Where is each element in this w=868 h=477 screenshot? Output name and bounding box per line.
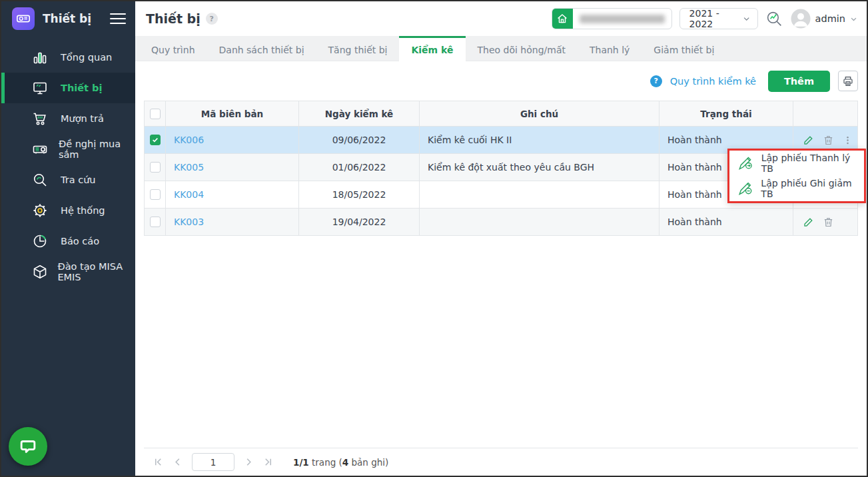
school-name-redacted	[580, 15, 665, 23]
avatar	[791, 9, 811, 29]
tab-tang-thiet-bi[interactable]: Tăng thiết bị	[316, 36, 400, 61]
toolbar: ? Quy trình kiểm kê Thêm	[144, 61, 858, 101]
pen-minus-icon	[737, 180, 753, 197]
sidebar-item-bao-cao[interactable]: Báo cáo	[1, 226, 135, 256]
chevron-down-icon	[743, 15, 750, 23]
sidebar-menu: Tổng quan Thiết bị	[1, 36, 135, 287]
col-header-status: Trạng thái	[659, 101, 793, 126]
sidebar-item-label: Báo cáo	[61, 236, 99, 246]
sidebar-item-de-nghi-mua-sam[interactable]: Đề nghị mua sắm	[1, 134, 135, 165]
sidebar-item-label: Hệ thống	[61, 205, 105, 216]
bar-chart-icon	[32, 49, 52, 65]
tab-giam-thiet-bi[interactable]: Giảm thiết bị	[642, 36, 726, 61]
hamburger-menu-icon[interactable]	[110, 10, 126, 27]
record-link[interactable]: KK004	[174, 189, 204, 200]
edit-icon[interactable]	[803, 217, 814, 228]
school-selector[interactable]	[552, 8, 672, 29]
menu-item-label: Lập phiếu Thanh lý TB	[761, 153, 856, 174]
sidebar-item-thiet-bi[interactable]: Thiết bị	[1, 73, 135, 103]
pen-arrow-icon	[737, 155, 753, 172]
record-note	[420, 181, 659, 208]
record-link[interactable]: KK005	[174, 162, 204, 173]
record-link[interactable]: KK003	[174, 217, 204, 227]
last-page-icon[interactable]	[263, 457, 273, 467]
process-link[interactable]: Quy trình kiểm kê	[670, 76, 756, 87]
search-icon	[32, 172, 52, 188]
sidebar-item-label: Tra cứu	[61, 175, 96, 185]
record-note: Kiểm kê cuối HK II	[420, 127, 659, 153]
sidebar: Thiết bị Tổng quan	[1, 1, 135, 476]
school-year-value: 2021 - 2022	[689, 8, 743, 29]
page-input[interactable]	[192, 453, 234, 471]
sidebar-item-label: Đề nghị mua sắm	[59, 139, 135, 160]
table-header-row: Mã biên bản Ngày kiểm kê Ghi chú Trạng t…	[145, 101, 857, 127]
sidebar-item-he-thong[interactable]: Hệ thống	[1, 195, 135, 226]
cart-icon	[32, 111, 52, 127]
prev-page-icon[interactable]	[173, 457, 183, 467]
menu-item-label: Lập phiếu Ghi giảm TB	[761, 178, 856, 199]
pie-chart-icon	[32, 233, 52, 249]
pagination-summary: 1/1 trang (4 bản ghi)	[293, 457, 388, 468]
sidebar-item-label: Mượn trả	[61, 113, 104, 124]
select-all-checkbox[interactable]	[150, 109, 161, 119]
record-status: Hoàn thành	[659, 209, 793, 235]
record-date: 01/06/2022	[299, 154, 420, 181]
search-analytics-button[interactable]	[765, 10, 783, 28]
chat-support-button[interactable]	[9, 427, 47, 466]
process-help-icon[interactable]: ?	[650, 75, 662, 87]
chat-bubble-icon	[18, 436, 38, 456]
school-year-dropdown[interactable]: 2021 - 2022	[679, 8, 758, 29]
trash-icon[interactable]	[823, 217, 834, 228]
cube-icon	[32, 264, 49, 280]
record-link[interactable]: KK006	[174, 135, 204, 145]
col-header-date: Ngày kiểm kê	[299, 101, 420, 126]
col-header-code: Mã biên bản	[166, 101, 299, 126]
home-icon	[552, 9, 573, 29]
edit-icon[interactable]	[803, 135, 814, 146]
main-area: Thiết bị ? 2021 - 2022	[135, 1, 867, 476]
print-button[interactable]	[838, 71, 858, 91]
app-window: Thiết bị Tổng quan	[0, 0, 868, 477]
printer-icon	[842, 75, 854, 87]
user-menu[interactable]: admin	[791, 9, 857, 29]
page-help-icon[interactable]: ?	[206, 13, 218, 25]
sidebar-item-label: Tổng quan	[61, 52, 112, 63]
record-date: 19/04/2022	[299, 209, 420, 235]
row-checkbox[interactable]	[150, 217, 161, 227]
menu-item-ghi-giam[interactable]: Lập phiếu Ghi giảm TB	[729, 176, 864, 201]
first-page-icon[interactable]	[153, 457, 163, 467]
add-button[interactable]: Thêm	[768, 71, 830, 92]
sidebar-item-tra-cuu[interactable]: Tra cứu	[1, 165, 135, 195]
record-note: Kiểm kê đột xuất theo yêu cầu BGH	[420, 154, 659, 181]
search-stats-icon	[765, 10, 783, 28]
tab-danh-sach-thiet-bi[interactable]: Danh sách thiết bị	[207, 36, 316, 61]
projector-logo-icon	[16, 11, 31, 26]
sidebar-item-label: Thiết bị	[61, 83, 102, 93]
tab-theo-doi-hong-mat[interactable]: Theo dõi hỏng/mất	[466, 36, 578, 61]
row-checkbox-checked[interactable]	[150, 135, 161, 145]
username: admin	[815, 13, 845, 24]
sidebar-item-tong-quan[interactable]: Tổng quan	[1, 42, 135, 73]
kebab-icon[interactable]	[843, 135, 853, 146]
record-date: 09/06/2022	[299, 127, 420, 153]
monitor-icon	[32, 80, 52, 96]
pagination: 1/1 trang (4 bản ghi)	[144, 448, 858, 476]
topbar: Thiết bị ? 2021 - 2022	[135, 1, 867, 36]
tab-thanh-ly[interactable]: Thanh lý	[578, 36, 642, 61]
tab-bar: Quy trình Danh sách thiết bị Tăng thiết …	[135, 36, 867, 61]
menu-item-thanh-ly[interactable]: Lập phiếu Thanh lý TB	[729, 151, 864, 176]
sidebar-item-dao-tao[interactable]: Đào tạo MISA EMIS	[1, 256, 135, 287]
tab-kiem-ke[interactable]: Kiểm kê	[399, 36, 465, 61]
sidebar-item-muon-tra[interactable]: Mượn trả	[1, 103, 135, 134]
tab-quy-trinh[interactable]: Quy trình	[139, 36, 207, 61]
trash-icon[interactable]	[823, 135, 834, 146]
sidebar-app-title: Thiết bị	[43, 12, 110, 25]
row-checkbox[interactable]	[150, 162, 161, 173]
record-date: 18/05/2022	[299, 181, 420, 208]
next-page-icon[interactable]	[244, 457, 254, 467]
sidebar-item-label: Đào tạo MISA EMIS	[57, 261, 135, 282]
content: ? Quy trình kiểm kê Thêm Mã biên bản	[135, 61, 867, 476]
sidebar-header: Thiết bị	[1, 1, 135, 36]
table-row[interactable]: KK003 19/04/2022 Hoàn thành	[145, 209, 857, 236]
row-checkbox[interactable]	[150, 189, 161, 200]
